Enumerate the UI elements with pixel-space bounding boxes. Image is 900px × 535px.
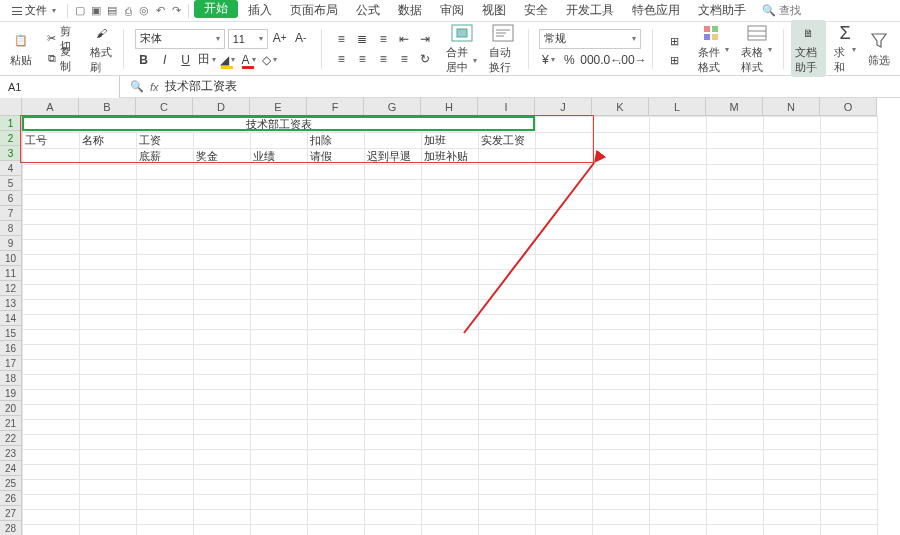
cell-J21[interactable]: [536, 420, 593, 435]
row-header-19[interactable]: 19: [0, 386, 22, 401]
cell-I8[interactable]: [479, 225, 536, 240]
cell-B9[interactable]: [80, 240, 137, 255]
qat-save-icon[interactable]: ▤: [105, 4, 119, 18]
cell-O16[interactable]: [821, 345, 878, 360]
cell-F7[interactable]: [308, 210, 365, 225]
row-header-14[interactable]: 14: [0, 311, 22, 326]
cell-E16[interactable]: [251, 345, 308, 360]
align-left-button[interactable]: ≡: [332, 50, 350, 68]
cell-M28[interactable]: [707, 525, 764, 536]
cell-E23[interactable]: [251, 450, 308, 465]
cell-O1[interactable]: [821, 117, 878, 133]
cell-L14[interactable]: [650, 315, 707, 330]
cell-I11[interactable]: [479, 270, 536, 285]
cell-A7[interactable]: [23, 210, 80, 225]
cell-D8[interactable]: [194, 225, 251, 240]
cell-N12[interactable]: [764, 285, 821, 300]
cell-M16[interactable]: [707, 345, 764, 360]
cell-H25[interactable]: [422, 480, 479, 495]
cell-J15[interactable]: [536, 330, 593, 345]
cell-L8[interactable]: [650, 225, 707, 240]
cell-H7[interactable]: [422, 210, 479, 225]
row-header-28[interactable]: 28: [0, 521, 22, 535]
cell-L20[interactable]: [650, 405, 707, 420]
cell-M20[interactable]: [707, 405, 764, 420]
cell-N19[interactable]: [764, 390, 821, 405]
qat-redo-icon[interactable]: ↷: [169, 4, 183, 18]
cell-E18[interactable]: [251, 375, 308, 390]
cell-H17[interactable]: [422, 360, 479, 375]
cell-N9[interactable]: [764, 240, 821, 255]
tab-插入[interactable]: 插入: [240, 0, 280, 22]
cell-J24[interactable]: [536, 465, 593, 480]
cell-N21[interactable]: [764, 420, 821, 435]
cell-G4[interactable]: [365, 165, 422, 180]
cell-L23[interactable]: [650, 450, 707, 465]
cell-D2[interactable]: [194, 133, 251, 149]
cell-I20[interactable]: [479, 405, 536, 420]
cell-L2[interactable]: [650, 133, 707, 149]
font-size-select[interactable]: 11▾: [228, 29, 268, 49]
row-header-15[interactable]: 15: [0, 326, 22, 341]
cell-K14[interactable]: [593, 315, 650, 330]
cell-E2[interactable]: [251, 133, 308, 149]
row-header-7[interactable]: 7: [0, 206, 22, 221]
cell-L7[interactable]: [650, 210, 707, 225]
font-color-button[interactable]: A▾: [240, 51, 258, 69]
cell-J13[interactable]: [536, 300, 593, 315]
sum-button[interactable]: Σ 求和▾: [830, 20, 860, 77]
indent-decrease-button[interactable]: ⇤: [395, 30, 413, 48]
align-top-button[interactable]: ≡: [332, 30, 350, 48]
row-header-21[interactable]: 21: [0, 416, 22, 431]
cell-J5[interactable]: [536, 180, 593, 195]
cell-J25[interactable]: [536, 480, 593, 495]
cell-K4[interactable]: [593, 165, 650, 180]
cell-C3[interactable]: 底薪: [137, 149, 194, 165]
cell-C25[interactable]: [137, 480, 194, 495]
fx-search-icon[interactable]: 🔍: [130, 80, 144, 93]
spreadsheet-grid[interactable]: ABCDEFGHIJKLMNO 123456789101112131415161…: [0, 98, 900, 535]
cell-O24[interactable]: [821, 465, 878, 480]
cell-L28[interactable]: [650, 525, 707, 536]
cell-O18[interactable]: [821, 375, 878, 390]
row-header-22[interactable]: 22: [0, 431, 22, 446]
cell-C8[interactable]: [137, 225, 194, 240]
cell-D28[interactable]: [194, 525, 251, 536]
col-header-D[interactable]: D: [193, 98, 250, 116]
cell-I28[interactable]: [479, 525, 536, 536]
tab-数据[interactable]: 数据: [390, 0, 430, 22]
cell-N2[interactable]: [764, 133, 821, 149]
cell-J23[interactable]: [536, 450, 593, 465]
cell-F5[interactable]: [308, 180, 365, 195]
cell-J4[interactable]: [536, 165, 593, 180]
cell-K9[interactable]: [593, 240, 650, 255]
tab-开发工具[interactable]: 开发工具: [558, 0, 622, 22]
tab-视图[interactable]: 视图: [474, 0, 514, 22]
cell-G12[interactable]: [365, 285, 422, 300]
cell-H9[interactable]: [422, 240, 479, 255]
cell-E14[interactable]: [251, 315, 308, 330]
cell-K6[interactable]: [593, 195, 650, 210]
cell-K23[interactable]: [593, 450, 650, 465]
cell-M25[interactable]: [707, 480, 764, 495]
cell-A5[interactable]: [23, 180, 80, 195]
cell-N4[interactable]: [764, 165, 821, 180]
cell-B10[interactable]: [80, 255, 137, 270]
cell-E20[interactable]: [251, 405, 308, 420]
cell-G27[interactable]: [365, 510, 422, 525]
cell-E3[interactable]: 业绩: [251, 149, 308, 165]
qat-undo-icon[interactable]: ↶: [153, 4, 167, 18]
cell-H12[interactable]: [422, 285, 479, 300]
row-header-2[interactable]: 2: [0, 131, 22, 146]
number-format-select[interactable]: 常规▾: [539, 29, 641, 49]
cell-K18[interactable]: [593, 375, 650, 390]
cell-G9[interactable]: [365, 240, 422, 255]
cell-L13[interactable]: [650, 300, 707, 315]
cell-F18[interactable]: [308, 375, 365, 390]
search-box[interactable]: 🔍 查找: [762, 3, 801, 18]
cell-N23[interactable]: [764, 450, 821, 465]
row-header-16[interactable]: 16: [0, 341, 22, 356]
cell-M14[interactable]: [707, 315, 764, 330]
cell-J1[interactable]: [536, 117, 593, 133]
row-header-24[interactable]: 24: [0, 461, 22, 476]
